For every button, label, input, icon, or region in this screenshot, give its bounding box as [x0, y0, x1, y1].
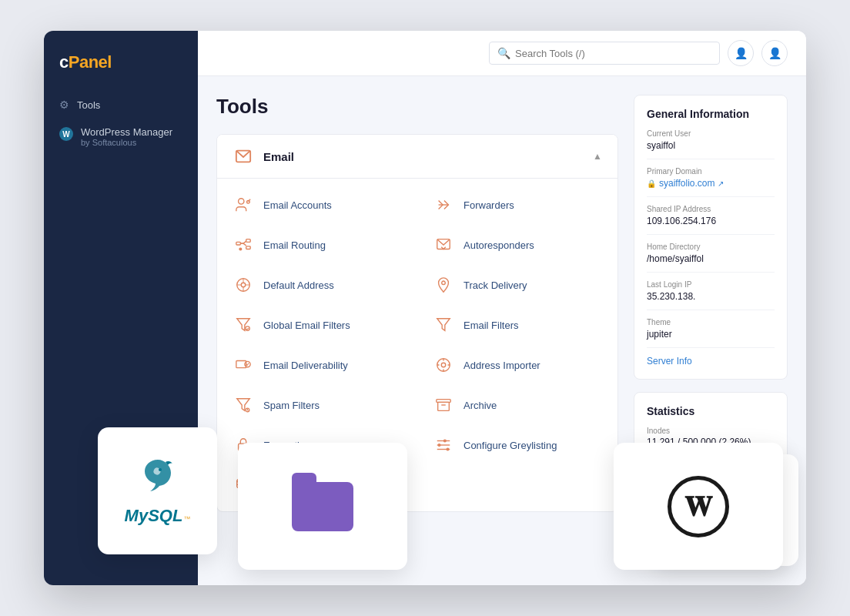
- autoresponders-icon: [433, 234, 454, 256]
- search-input[interactable]: [515, 48, 711, 59]
- default-address-label: Default Address: [263, 280, 334, 291]
- tool-email-deliverability[interactable]: Email Deliverability: [217, 345, 417, 385]
- tool-email-accounts[interactable]: Email Accounts: [217, 185, 417, 225]
- track-delivery-label: Track Delivery: [463, 280, 527, 291]
- archive-icon: [433, 394, 454, 416]
- shared-ip-value: 109.106.254.176: [647, 216, 775, 226]
- wp-manager-sub: by Softaculous: [81, 138, 172, 147]
- theme-row: Theme jupiter: [647, 318, 775, 348]
- autoresponders-label: Autoresponders: [463, 239, 534, 251]
- address-importer-icon: [433, 354, 454, 376]
- statistics-title: Statistics: [647, 405, 775, 417]
- theme-label: Theme: [647, 318, 775, 326]
- mysql-label: MySQL: [125, 506, 183, 526]
- svg-marker-18: [237, 399, 250, 411]
- email-deliverability-icon: [233, 354, 254, 376]
- email-filters-icon: [433, 314, 454, 336]
- email-section-title: Email: [263, 150, 294, 163]
- current-user-row: Current User syaiffol: [647, 129, 775, 159]
- tool-forwarders[interactable]: Forwarders: [417, 185, 617, 225]
- user-button[interactable]: 👤: [728, 40, 754, 66]
- home-dir-label: Home Directory: [647, 243, 775, 251]
- header: 🔍 👤 👤: [198, 31, 806, 76]
- email-accounts-icon: [233, 194, 254, 216]
- server-info-link[interactable]: Server Info: [647, 356, 775, 367]
- tool-email-routing[interactable]: Email Routing: [217, 225, 417, 265]
- page-title: Tools: [216, 95, 618, 119]
- folder-icon: [292, 482, 353, 531]
- cpanel-logo: cPanel: [44, 43, 198, 91]
- shared-ip-label: Shared IP Address: [647, 205, 775, 213]
- address-importer-label: Address Importer: [463, 360, 540, 371]
- wp-manager-label: WordPress Manager: [81, 126, 172, 138]
- home-dir-row: Home Directory /home/syaiffol: [647, 243, 775, 273]
- last-login-value: 35.230.138.: [647, 291, 775, 302]
- svg-point-28: [438, 444, 440, 447]
- svg-point-6: [239, 248, 242, 250]
- tool-track-delivery[interactable]: Track Delivery: [417, 265, 617, 305]
- email-routing-icon: [233, 234, 254, 256]
- search-icon: 🔍: [497, 47, 510, 59]
- email-accounts-label: Email Accounts: [263, 199, 332, 211]
- user-icon: 👤: [735, 47, 748, 59]
- default-address-icon: [233, 274, 254, 296]
- lock-icon: 🔒: [647, 179, 656, 188]
- spam-filters-label: Spam Filters: [263, 400, 320, 411]
- current-user-label: Current User: [647, 129, 775, 138]
- wordpress-circle-icon: 𝐖: [668, 476, 729, 537]
- primary-domain-value[interactable]: 🔒 syaiffolio.com ↗: [647, 178, 775, 189]
- tool-default-address[interactable]: Default Address: [217, 265, 417, 305]
- general-info-card: General Information Current User syaiffo…: [634, 95, 788, 380]
- tool-autoresponders[interactable]: Autoresponders: [417, 225, 617, 265]
- forwarders-label: Forwarders: [463, 199, 514, 211]
- current-user-value: syaiffol: [647, 140, 775, 151]
- floating-wordpress-card[interactable]: 𝐖: [614, 443, 783, 570]
- home-dir-value: /home/syaiffol: [647, 253, 775, 264]
- last-login-label: Last Login IP: [647, 280, 775, 289]
- theme-value: jupiter: [647, 329, 775, 340]
- global-email-filters-label: Global Email Filters: [263, 320, 350, 331]
- tools-icon: ⚙: [59, 99, 69, 111]
- svg-marker-13: [437, 319, 450, 331]
- svg-point-27: [447, 448, 449, 450]
- archive-label: Archive: [463, 400, 497, 411]
- svg-point-1: [239, 199, 244, 204]
- last-login-row: Last Login IP 35.230.138.: [647, 280, 775, 310]
- browser-window: cPanel ⚙ Tools W WordPress Manager by So…: [44, 31, 806, 585]
- configure-greylisting-icon: [433, 434, 454, 456]
- email-filters-label: Email Filters: [463, 320, 519, 331]
- tool-email-filters[interactable]: Email Filters: [417, 305, 617, 345]
- configure-greylisting-label: Configure Greylisting: [463, 440, 557, 451]
- sidebar-item-wp-manager[interactable]: W WordPress Manager by Softaculous: [44, 119, 198, 155]
- profile-icon: 👤: [768, 47, 781, 59]
- svg-rect-4: [246, 239, 251, 243]
- floating-folder-card[interactable]: [238, 443, 407, 570]
- wp-icon: W: [59, 127, 73, 141]
- external-link-icon: ↗: [718, 179, 724, 188]
- sidebar-item-tools-label: Tools: [77, 99, 100, 111]
- profile-button[interactable]: 👤: [761, 40, 788, 66]
- general-info-title: General Information: [647, 108, 775, 120]
- tool-archive[interactable]: Archive: [417, 385, 617, 425]
- tool-spam-filters[interactable]: Spam Filters: [217, 385, 417, 425]
- svg-point-10: [442, 281, 446, 285]
- sidebar-item-tools[interactable]: ⚙ Tools: [44, 91, 198, 119]
- inodes-label: Inodes: [647, 427, 775, 435]
- floating-mysql-card[interactable]: MySQL ™: [98, 427, 217, 554]
- track-delivery-icon: [433, 274, 454, 296]
- tool-configure-greylisting[interactable]: Configure Greylisting: [417, 425, 617, 465]
- svg-point-29: [443, 440, 446, 442]
- tool-global-email-filters[interactable]: Global Email Filters: [217, 305, 417, 345]
- svg-point-17: [441, 363, 446, 367]
- svg-rect-3: [236, 242, 241, 245]
- email-section-icon: [233, 146, 254, 167]
- svg-rect-5: [246, 246, 251, 249]
- svg-point-12: [246, 326, 250, 331]
- spam-filters-icon: [233, 394, 254, 416]
- search-bar[interactable]: 🔍: [489, 42, 720, 65]
- email-section-header[interactable]: Email ▲: [217, 135, 617, 179]
- email-deliverability-label: Email Deliverability: [263, 360, 348, 371]
- chevron-up-icon: ▲: [593, 151, 602, 162]
- tool-address-importer[interactable]: Address Importer: [417, 345, 617, 385]
- svg-point-9: [241, 283, 246, 287]
